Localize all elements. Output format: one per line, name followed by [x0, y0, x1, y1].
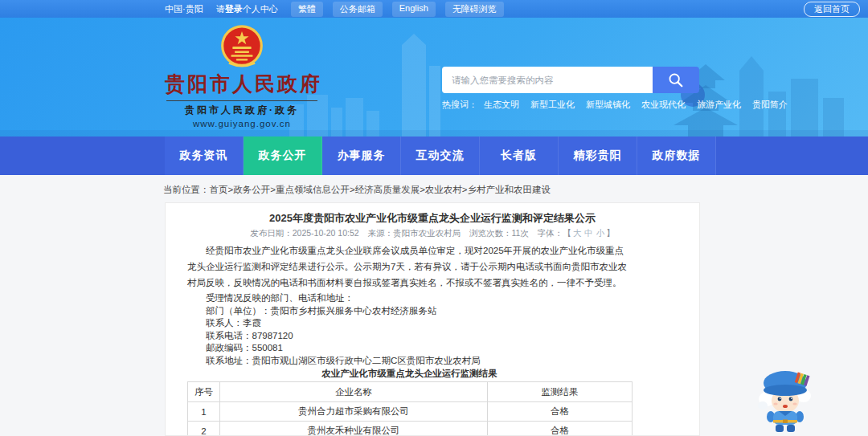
- breadcrumb: 当前位置：首页>政务公开>重点领域信息公开>经济高质量发展>农业农村>乡村产业和…: [163, 184, 868, 196]
- article-paragraph: 联系电话：87987120: [187, 330, 632, 343]
- nav-tab-1[interactable]: 政务公开: [244, 137, 322, 175]
- table-cell: 1: [188, 402, 220, 422]
- table-cell: 合格: [488, 422, 633, 436]
- table-cell: 2: [188, 422, 220, 436]
- nav-tab-5[interactable]: 精彩贵阳: [559, 137, 637, 175]
- font-size-option[interactable]: 大: [573, 228, 582, 238]
- hot-search-links: 生态文明新型工业化新型城镇化农业现代化旅游产业化贵阳简介: [484, 99, 799, 111]
- search-area: 热搜词： 生态文明新型工业化新型城镇化农业现代化旅游产业化贵阳简介: [442, 67, 699, 111]
- hot-search-link[interactable]: 新型城镇化: [586, 99, 630, 111]
- article-body: 经贵阳市农业产业化市级重点龙头企业联席会议成员单位审定，现对2025年开展的农业…: [187, 242, 632, 436]
- topbar-region-label[interactable]: 中国·贵阳: [165, 3, 203, 15]
- table-cell: 贵州合力超市采购有限公司: [220, 402, 488, 422]
- font-size-option[interactable]: 小: [596, 228, 605, 238]
- article-title: 2025年度贵阳市农业产业化市级重点龙头企业运行监测和评定结果公示: [182, 211, 683, 225]
- topbar: 中国·贵阳 请登录个人中心 繁體公务邮箱English无障碍浏览 返回首页: [0, 0, 868, 18]
- login-suffix: 个人中心: [243, 4, 278, 14]
- main-nav: 政务资讯政务公开办事服务互动交流长者版精彩贵阳政府数据: [0, 137, 868, 175]
- view-count: 浏览次数：11次: [469, 228, 529, 238]
- site-brand: 贵阳市人民政府 贵阳市人民政府·政务 www.guiyang.gov.cn: [165, 24, 319, 128]
- login-prefix: 请: [216, 4, 225, 14]
- font-size-control: 字体：【大中小】: [538, 228, 615, 238]
- login-link[interactable]: 登录: [225, 4, 243, 14]
- article-paragraph: 联系地址：贵阳市观山湖区市级行政中心二期C区贵阳市农业农村局: [187, 355, 632, 368]
- article-meta: 发布日期：2025-10-20 10:52 来源：贵阳市农业农村局 浏览次数：1…: [166, 228, 699, 238]
- article-paragraph: 部门（单位）：贵阳市乡村振兴服务中心农村经济服务站: [187, 305, 632, 318]
- article-paragraph: 受理情况反映的部门、电话和地址：: [187, 292, 632, 305]
- site-title: 贵阳市人民政府: [165, 71, 319, 97]
- search-icon: [667, 71, 685, 89]
- city-skyline-decoration: [0, 18, 868, 137]
- topbar-link-traditional-chinese[interactable]: 繁體: [291, 2, 323, 17]
- hot-search-row: 热搜词： 生态文明新型工业化新型城镇化农业现代化旅游产业化贵阳简介: [442, 99, 699, 111]
- table-cell: 贵州友禾种业有限公司: [220, 422, 488, 436]
- assistant-mascot[interactable]: [751, 365, 820, 433]
- hot-search-link[interactable]: 农业现代化: [641, 99, 686, 111]
- font-size-option[interactable]: 中: [584, 228, 593, 238]
- table-row: 2贵州友禾种业有限公司合格: [188, 422, 633, 436]
- table-header-cell: 企业名称: [220, 382, 488, 402]
- nav-tab-6[interactable]: 政府数据: [637, 137, 716, 175]
- article-card: 2025年度贵阳市农业产业化市级重点龙头企业运行监测和评定结果公示 发布日期：2…: [165, 202, 700, 436]
- article-paragraph: 联系人：李霞: [187, 317, 632, 330]
- hot-search-label: 热搜词：: [442, 99, 477, 111]
- table-cell: 合格: [488, 402, 633, 422]
- table-header-row: 序号企业名称监测结果: [188, 382, 633, 402]
- publish-date: 发布日期：2025-10-20 10:52: [250, 228, 358, 238]
- site-banner: 贵阳市人民政府 贵阳市人民政府·政务 www.guiyang.gov.cn 热搜…: [0, 18, 868, 137]
- table-header-cell: 序号: [188, 382, 220, 402]
- site-url: www.guiyang.gov.cn: [165, 119, 319, 128]
- topbar-login-entry[interactable]: 请登录个人中心: [216, 3, 278, 15]
- search-button[interactable]: [653, 67, 699, 93]
- table-header-cell: 监测结果: [488, 382, 633, 402]
- hot-search-link[interactable]: 生态文明: [484, 99, 519, 111]
- hot-search-link[interactable]: 新型工业化: [530, 99, 575, 111]
- hot-search-link[interactable]: 贵阳简介: [752, 99, 788, 111]
- site-subtitle: 贵阳市人民政府·政务: [165, 104, 319, 117]
- topbar-quick-links: 繁體公务邮箱English无障碍浏览: [291, 2, 514, 17]
- article-source: 来源：贵阳市农业农村局: [368, 228, 461, 238]
- breadcrumb-label: 当前位置：: [163, 185, 210, 194]
- search-input[interactable]: [442, 67, 653, 93]
- nav-tab-2[interactable]: 办事服务: [322, 137, 401, 175]
- article-paragraph: 邮政编码：550081: [187, 342, 632, 355]
- nav-tab-4[interactable]: 长者版: [480, 137, 559, 175]
- breadcrumb-path[interactable]: 首页>政务公开>重点领域信息公开>经济高质量发展>农业农村>乡村产业和农田建设: [210, 185, 551, 194]
- china-national-emblem-icon: [220, 24, 264, 69]
- result-table: 序号企业名称监测结果1贵州合力超市采购有限公司合格2贵州友禾种业有限公司合格3贵…: [187, 381, 633, 436]
- brand-divider: [166, 100, 317, 101]
- table-row: 1贵州合力超市采购有限公司合格: [188, 402, 633, 422]
- hot-search-link[interactable]: 旅游产业化: [697, 99, 741, 111]
- article-paragraph: 经贵阳市农业产业化市级重点龙头企业联席会议成员单位审定，现对2025年开展的农业…: [187, 242, 632, 291]
- topbar-link-official-mailbox[interactable]: 公务邮箱: [333, 2, 383, 17]
- nav-tab-3[interactable]: 互动交流: [401, 137, 480, 175]
- back-to-home-button[interactable]: 返回首页: [804, 2, 860, 17]
- topbar-link-english[interactable]: English: [392, 2, 436, 17]
- topbar-link-accessibility[interactable]: 无障碍浏览: [445, 2, 504, 17]
- result-table-caption: 农业产业化市级重点龙头企业运行监测结果: [187, 369, 632, 379]
- nav-tab-0[interactable]: 政务资讯: [165, 137, 244, 175]
